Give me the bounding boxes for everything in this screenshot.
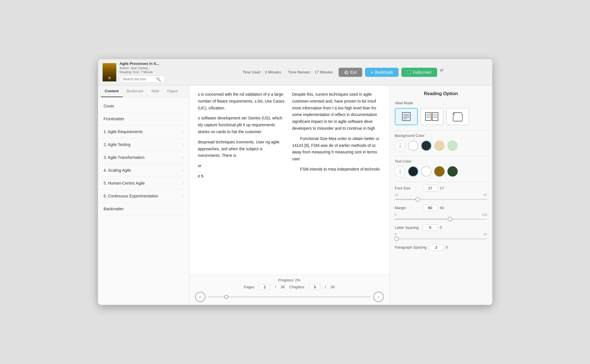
next-page-button[interactable]: ›	[373, 292, 384, 302]
font-size-range: 13 40	[395, 193, 487, 197]
book-cover-inner: ✕	[103, 63, 116, 81]
margin-range: 0 100	[395, 213, 487, 216]
prev-page-button[interactable]: ‹	[195, 292, 205, 302]
view-mode-options	[395, 108, 487, 125]
margin-slider[interactable]	[395, 219, 487, 220]
font-size-fill	[395, 199, 418, 200]
margin-knob	[448, 217, 452, 221]
chapters-divider: /	[325, 285, 326, 289]
book-author: Author: Juan Garbaj...	[120, 66, 165, 70]
svg-rect-6	[432, 113, 438, 121]
top-bar-left: ✕ Agile Processes in S... Author: Juan G…	[103, 61, 194, 83]
paragraph-spacing-input[interactable]	[429, 244, 444, 251]
total-pages-label: /	[275, 285, 276, 289]
bookmark-button[interactable]: + Bookmark	[365, 68, 399, 77]
panel-title: Reading Option	[395, 91, 487, 96]
margin-input[interactable]	[423, 205, 438, 211]
divider-1	[395, 130, 487, 131]
toolbar-buttons: ⏻ Exit + Bookmark ⛶ Fullscreen or	[339, 68, 444, 77]
letter-spacing-display: 0	[440, 225, 442, 230]
paragraph-spacing-display: 0	[446, 245, 448, 249]
margin-row: Margin 60	[395, 205, 487, 211]
text-color-options: ⋮	[395, 166, 487, 177]
tab-content[interactable]: Content	[101, 85, 123, 97]
font-size-input[interactable]	[423, 185, 438, 191]
toc-item-1[interactable]: 1. Agile Requirements ›	[98, 125, 189, 138]
reading-footer: Progress: 2% Pages / 36 Chapters / 30 ‹	[189, 275, 389, 305]
font-size-slider[interactable]	[395, 199, 487, 200]
letter-spacing-slider[interactable]	[395, 238, 487, 239]
pages-label: Pages	[244, 285, 255, 289]
toc-item-5[interactable]: 5. Human-Centric Agile ›	[98, 177, 189, 190]
text-color-label: Text Color	[395, 159, 487, 163]
main-area: Content Bookmark Note Digest Cover Front…	[98, 85, 492, 305]
reading-columns: s is concerned with the nd validation of…	[198, 91, 381, 269]
left-sidebar: Content Bookmark Note Digest Cover Front…	[98, 85, 189, 305]
text-color-white[interactable]	[421, 166, 431, 177]
bg-color-beige[interactable]	[434, 141, 445, 151]
more-bg-colors-button[interactable]: ⋮	[395, 141, 405, 151]
chevron-right-icon: ›	[182, 155, 183, 159]
tab-digest[interactable]: Digest	[163, 85, 182, 97]
divider-2	[395, 156, 487, 156]
reading-content: s is concerned with the nd validation of…	[189, 85, 389, 275]
book-reading-time: Reading Time: 7 Minute	[120, 70, 165, 74]
bg-color-dark[interactable]	[421, 141, 431, 151]
tab-note[interactable]: Note	[147, 85, 163, 97]
more-text-colors-button[interactable]: ⋮	[395, 166, 405, 177]
view-mode-scroll[interactable]	[446, 108, 469, 125]
book-title: Agile Processes in S...	[120, 61, 165, 66]
letter-spacing-max: 20	[483, 233, 487, 236]
toc-item-4[interactable]: 4. Scaling Agile ›	[98, 164, 189, 177]
double-page-icon	[425, 111, 439, 122]
exit-button[interactable]: ⏻ Exit	[339, 68, 362, 77]
sidebar-tabs: Content Bookmark Note Digest	[98, 85, 189, 97]
toc-item-2[interactable]: 2. Agile Testing ›	[98, 138, 189, 151]
letter-spacing-range: 0 20	[395, 233, 487, 236]
toc-item-frontmatter[interactable]: Frontmatter	[98, 113, 189, 125]
paragraph-spacing-section: Paragraph Spacing 0	[395, 244, 487, 251]
paragraph-spacing-row: Paragraph Spacing 0	[395, 244, 487, 251]
view-mode-single[interactable]	[395, 108, 418, 125]
scroll-page-icon	[452, 111, 463, 122]
text-color-brown[interactable]	[434, 166, 445, 177]
bookmark-icon: +	[371, 70, 373, 75]
font-size-min: 13	[395, 193, 398, 197]
reading-col-right: Despite this, current techniques used in…	[292, 91, 381, 269]
top-bar-center: Time Used： 0 Minutes Time Remain： 17 Min…	[199, 68, 488, 77]
bg-color-label: Background Color	[395, 133, 487, 138]
tab-bookmark[interactable]: Bookmark	[123, 85, 148, 97]
bg-color-white[interactable]	[408, 141, 418, 151]
pages-info: Pages / 36 Chapters / 30	[244, 284, 335, 290]
top-bar: ✕ Agile Processes in S... Author: Juan G…	[98, 59, 492, 85]
bg-color-options: ⋮	[395, 141, 487, 151]
font-size-display: 17	[440, 186, 444, 190]
view-mode-double[interactable]	[421, 108, 443, 125]
text-color-black[interactable]	[408, 166, 418, 177]
toc-item-cover[interactable]: Cover	[98, 100, 189, 113]
font-size-max: 40	[483, 193, 487, 197]
current-chapter-input[interactable]	[309, 284, 320, 290]
nav-slider[interactable]	[208, 296, 371, 297]
font-size-section: Font Size 17 13 40	[395, 185, 487, 200]
toc-item-backmatter[interactable]: Backmatter	[98, 203, 189, 215]
bg-color-green[interactable]	[447, 141, 458, 151]
margin-fill	[395, 219, 450, 220]
or-label: or	[440, 68, 443, 77]
current-page-input[interactable]	[259, 284, 270, 290]
search-icon: 🔍	[156, 77, 161, 81]
search-box[interactable]: 🔍	[120, 75, 165, 83]
letter-spacing-input[interactable]	[423, 224, 438, 231]
toc-list: Cover Frontmatter 1. Agile Requirements …	[98, 97, 189, 218]
letter-spacing-row: Letter Spacing 0	[395, 224, 487, 231]
text-color-dark-green[interactable]	[447, 166, 458, 177]
time-remain: Time Remain： 17 Minutes	[288, 70, 333, 75]
letter-spacing-min: 0	[395, 233, 397, 236]
fullscreen-button[interactable]: ⛶ Fullscreen	[401, 68, 437, 77]
toc-item-3[interactable]: 3. Agile Transformation ›	[98, 151, 189, 164]
total-chapters: 30	[331, 285, 335, 289]
toc-item-6[interactable]: 6. Continuous Experimentation ›	[98, 190, 189, 203]
time-used: Time Used： 0 Minutes	[242, 70, 281, 75]
search-input[interactable]	[123, 77, 154, 81]
font-size-label: Font Size	[395, 186, 421, 190]
